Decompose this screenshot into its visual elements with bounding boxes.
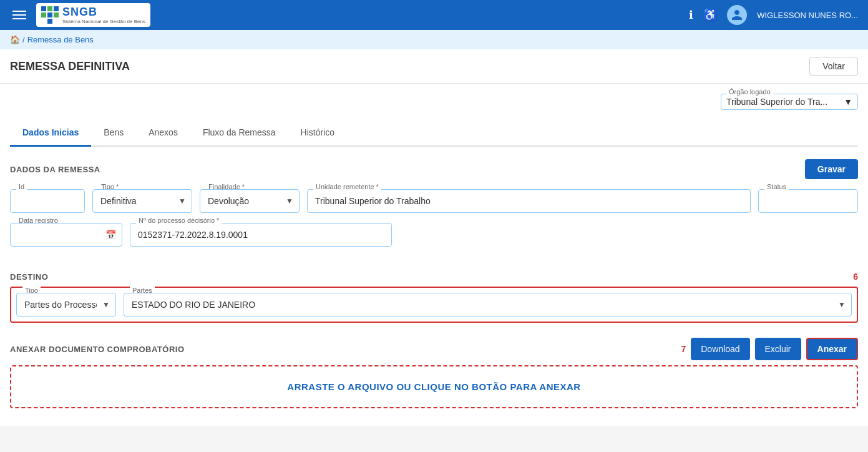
home-icon[interactable]: 🏠 <box>10 35 20 44</box>
dados-remessa-section: DADOS DA REMESSA Gravar Id Tipo * Defini… <box>10 147 858 264</box>
tipo-select-wrapper: Definitiva ▼ <box>92 189 192 213</box>
status-label: Status <box>764 183 789 190</box>
page-title: REMESSA DEFINITIVA <box>10 60 130 73</box>
destino-label-row: DESTINO 6 <box>10 272 858 282</box>
breadcrumb-separator: / <box>22 35 25 44</box>
unidade-remetente-label: Unidade remetente * <box>313 183 381 190</box>
info-icon[interactable]: ℹ <box>689 8 693 22</box>
drop-zone[interactable]: ARRASTE O ARQUIVO OU CLIQUE NO BOTÃO PAR… <box>10 365 858 408</box>
anexar-count: 7 <box>681 344 686 354</box>
destino-section: DESTINO 6 Tipo Partes do Processo ▼ Part… <box>10 264 858 330</box>
breadcrumb-link[interactable]: Remessa de Bens <box>27 35 94 44</box>
anexar-button[interactable]: Anexar <box>806 338 858 360</box>
destino-title: DESTINO <box>10 272 48 282</box>
anexar-buttons: Download Excluir Anexar <box>691 338 858 360</box>
destino-tipo-field-group: Tipo Partes do Processo ▼ <box>16 293 116 317</box>
anexar-header: ANEXAR DOCUMENTO COMPROBATÓRIO 7 Downloa… <box>10 338 858 360</box>
status-field-group: Status <box>758 189 858 213</box>
tab-fluxo[interactable]: Fluxo da Remessa <box>190 120 288 147</box>
destino-partes-select[interactable]: ESTADO DO RIO DE JANEIRO <box>124 293 852 317</box>
menu-button[interactable] <box>10 8 29 22</box>
orgao-select[interactable]: Tribunal Superior do Tra... <box>726 97 852 107</box>
destino-partes-select-wrapper: ESTADO DO RIO DE JANEIRO ▼ <box>124 293 852 317</box>
unidade-remetente-input[interactable] <box>307 189 751 213</box>
processo-decisorio-input[interactable] <box>130 223 392 247</box>
excluir-button[interactable]: Excluir <box>755 338 801 360</box>
destino-count: 6 <box>853 272 858 282</box>
header-left: SNGB Sistema Nacional de Gestão de Bens <box>10 3 150 27</box>
anexar-title: ANEXAR DOCUMENTO COMPROBATÓRIO <box>10 345 185 354</box>
logo-subtitle: Sistema Nacional de Gestão de Bens <box>62 19 145 25</box>
orgao-label: Órgão logado <box>726 88 773 96</box>
data-registro-input[interactable] <box>10 223 122 247</box>
orgao-select-wrapper: Órgão logado Tribunal Superior do Tra...… <box>721 94 858 110</box>
unidade-remetente-field-group: Unidade remetente * <box>307 189 751 213</box>
data-registro-field-group: Data registro 📅 <box>10 223 122 247</box>
finalidade-select[interactable]: Devolução <box>200 189 300 213</box>
logo-squares <box>41 6 59 24</box>
form-row-1: Id Tipo * Definitiva ▼ Finalidade * Dev <box>10 189 858 213</box>
gravar-button[interactable]: Gravar <box>805 159 858 179</box>
tab-bens[interactable]: Bens <box>91 120 136 147</box>
logo-name: SNGB <box>62 6 145 19</box>
destino-partes-field-group: Partes ESTADO DO RIO DE JANEIRO ▼ <box>124 293 852 317</box>
tab-anexos[interactable]: Anexos <box>136 120 190 147</box>
tab-dados-iniciais[interactable]: Dados Inicias <box>10 120 91 147</box>
data-registro-wrapper: 📅 <box>10 223 122 247</box>
tab-historico[interactable]: Histórico <box>288 120 347 147</box>
destino-tipo-select-wrapper: Partes do Processo ▼ <box>16 293 116 317</box>
destino-box: Tipo Partes do Processo ▼ Partes ESTADO … <box>10 287 858 323</box>
orgao-container: Órgão logado Tribunal Superior do Tra...… <box>10 84 858 115</box>
tipo-select[interactable]: Definitiva <box>92 189 192 213</box>
section-header: DADOS DA REMESSA Gravar <box>10 159 858 179</box>
finalidade-select-wrapper: Devolução ▼ <box>200 189 300 213</box>
breadcrumb: 🏠 / Remessa de Bens <box>0 30 868 49</box>
tabs: Dados Inicias Bens Anexos Fluxo da Remes… <box>10 120 858 147</box>
anexar-section: ANEXAR DOCUMENTO COMPROBATÓRIO 7 Downloa… <box>10 330 858 416</box>
user-name[interactable]: WIGLESSON NUNES RO... <box>757 11 858 20</box>
logo: SNGB Sistema Nacional de Gestão de Bens <box>36 3 150 27</box>
tipo-field-group: Tipo * Definitiva ▼ <box>92 189 192 213</box>
voltar-button[interactable]: Voltar <box>809 57 858 76</box>
main-content: Órgão logado Tribunal Superior do Tra...… <box>0 84 868 426</box>
page-title-bar: REMESSA DEFINITIVA Voltar <box>0 49 868 84</box>
id-label: Id <box>16 183 27 190</box>
id-field-group: Id <box>10 189 85 213</box>
accessibility-icon[interactable]: ♿ <box>703 8 717 22</box>
form-row-2: Data registro 📅 Nº do processo decisório… <box>10 223 858 247</box>
finalidade-field-group: Finalidade * Devolução ▼ <box>200 189 300 213</box>
logo-text-group: SNGB Sistema Nacional de Gestão de Bens <box>62 6 145 25</box>
processo-decisorio-label: Nº do processo decisório * <box>136 217 222 224</box>
dados-remessa-title: DADOS DA REMESSA <box>10 165 100 174</box>
id-input[interactable] <box>10 189 85 213</box>
header-right: ℹ ♿ WIGLESSON NUNES RO... <box>689 5 858 25</box>
download-button[interactable]: Download <box>691 338 749 360</box>
header: SNGB Sistema Nacional de Gestão de Bens … <box>0 0 868 30</box>
status-input[interactable] <box>758 189 858 213</box>
destino-tipo-select[interactable]: Partes do Processo <box>16 293 116 317</box>
user-avatar[interactable] <box>727 5 747 25</box>
processo-decisorio-field-group: Nº do processo decisório * <box>130 223 392 247</box>
